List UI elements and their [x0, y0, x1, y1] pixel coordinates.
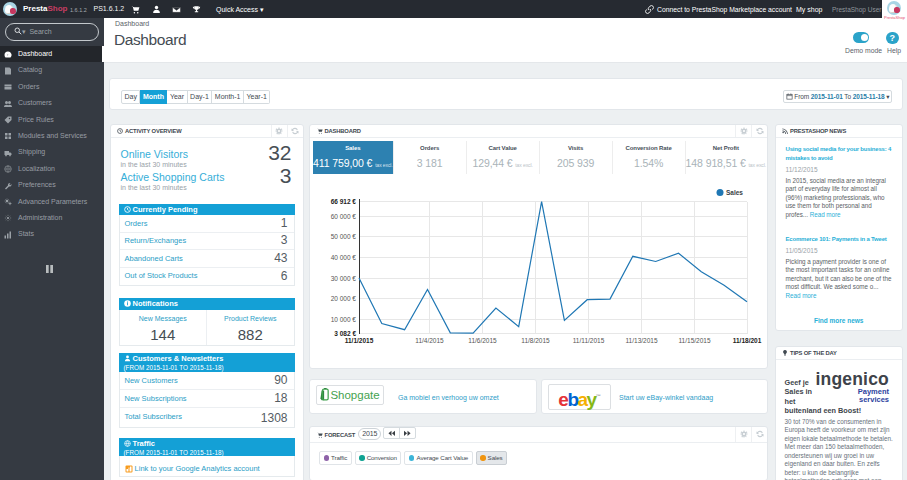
svg-text:11/18/201: 11/18/201: [733, 337, 762, 344]
svg-text:11/6/2015: 11/6/2015: [468, 337, 497, 344]
svg-text:66 912 €: 66 912 €: [331, 198, 357, 205]
svg-text:50 000 €: 50 000 €: [331, 233, 357, 240]
svg-text:11/4/2015: 11/4/2015: [415, 337, 444, 344]
svg-text:40 000 €: 40 000 €: [331, 254, 357, 261]
svg-text:30 000 €: 30 000 €: [331, 275, 357, 282]
svg-text:Sales: Sales: [726, 189, 743, 196]
svg-text:20 000 €: 20 000 €: [331, 295, 357, 302]
svg-text:11/8/2015: 11/8/2015: [521, 337, 550, 344]
svg-text:11/15/2015: 11/15/2015: [678, 337, 710, 344]
svg-text:11/11/2015: 11/11/2015: [573, 337, 605, 344]
svg-text:10 000 €: 10 000 €: [331, 316, 357, 323]
svg-text:11/1/2015: 11/1/2015: [345, 337, 374, 344]
svg-text:11/13/2015: 11/13/2015: [625, 337, 657, 344]
svg-text:60 000 €: 60 000 €: [331, 213, 357, 220]
